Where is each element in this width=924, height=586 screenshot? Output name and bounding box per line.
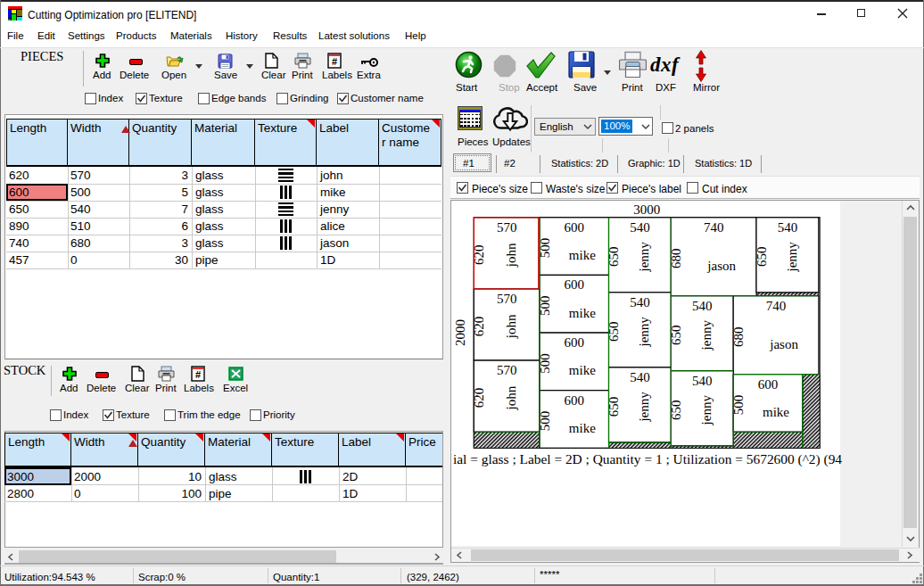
svg-text:2000: 2000: [454, 319, 468, 346]
svg-text:740: 740: [766, 299, 787, 313]
svg-text:jason: jason: [769, 337, 798, 351]
svg-text:570: 570: [497, 363, 517, 377]
svg-text:mike: mike: [569, 248, 596, 262]
svg-text:620: 620: [472, 317, 486, 337]
svg-text:jenny: jenny: [637, 392, 651, 423]
svg-text:jenny: jenny: [637, 242, 651, 273]
svg-text:650: 650: [755, 247, 769, 268]
svg-text:john: john: [505, 385, 519, 410]
svg-text:600: 600: [565, 335, 585, 350]
svg-text:john: john: [505, 243, 519, 268]
svg-text:540: 540: [630, 220, 650, 235]
svg-text:mike: mike: [763, 405, 789, 419]
svg-text:#: #: [195, 369, 201, 380]
svg-text:jenny: jenny: [699, 395, 714, 426]
svg-text:#: #: [332, 56, 337, 67]
svg-text:mike: mike: [569, 306, 596, 320]
svg-text:ial = glass ; Label = 2D ; Qua: ial = glass ; Label = 2D ; Quantity = 1 …: [453, 451, 842, 467]
svg-text:jenny: jenny: [637, 317, 651, 348]
svg-text:mike: mike: [569, 421, 596, 435]
svg-text:570: 570: [497, 220, 517, 235]
svg-text:john: john: [505, 314, 519, 339]
svg-text:540: 540: [692, 374, 713, 388]
svg-text:620: 620: [472, 245, 486, 266]
svg-text:600: 600: [565, 220, 585, 235]
svg-text:740: 740: [704, 220, 724, 235]
svg-text:3000: 3000: [633, 202, 660, 217]
svg-text:mike: mike: [569, 363, 596, 377]
svg-text:600: 600: [565, 393, 585, 408]
svg-text:540: 540: [778, 220, 798, 235]
svg-text:jason: jason: [706, 259, 736, 273]
svg-text:540: 540: [630, 370, 650, 384]
svg-text:680: 680: [731, 326, 746, 347]
svg-text:600: 600: [565, 277, 585, 292]
svg-text:620: 620: [472, 388, 486, 409]
svg-text:570: 570: [497, 292, 517, 306]
svg-text:jenny: jenny: [785, 242, 799, 273]
svg-text:540: 540: [630, 295, 650, 310]
svg-text:540: 540: [692, 299, 713, 313]
svg-text:jenny: jenny: [699, 320, 714, 351]
svg-text:600: 600: [758, 377, 779, 392]
